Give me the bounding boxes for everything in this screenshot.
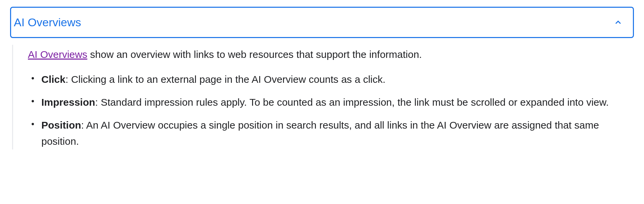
intro-paragraph: AI Overviews show an overview with links…	[28, 47, 634, 62]
bullet-text: : Clicking a link to an external page in…	[66, 74, 386, 85]
accordion-header[interactable]: AI Overviews	[10, 7, 634, 38]
list-item: Impression: Standard impression rules ap…	[28, 94, 634, 110]
ai-overviews-link[interactable]: AI Overviews	[28, 49, 87, 60]
bullet-label: Impression	[41, 97, 95, 108]
bullet-label: Position	[41, 120, 81, 131]
bullet-list: Click: Clicking a link to an external pa…	[28, 71, 634, 149]
bullet-label: Click	[41, 74, 66, 85]
accordion-content: AI Overviews show an overview with links…	[12, 45, 634, 149]
intro-rest-text: show an overview with links to web resou…	[87, 49, 422, 60]
list-item: Position: An AI Overview occupies a sing…	[28, 117, 634, 149]
bullet-text: : Standard impression rules apply. To be…	[95, 97, 609, 108]
list-item: Click: Clicking a link to an external pa…	[28, 71, 634, 88]
bullet-text: : An AI Overview occupies a single posit…	[41, 120, 599, 147]
accordion-title: AI Overviews	[14, 16, 81, 29]
chevron-up-icon	[613, 18, 623, 27]
